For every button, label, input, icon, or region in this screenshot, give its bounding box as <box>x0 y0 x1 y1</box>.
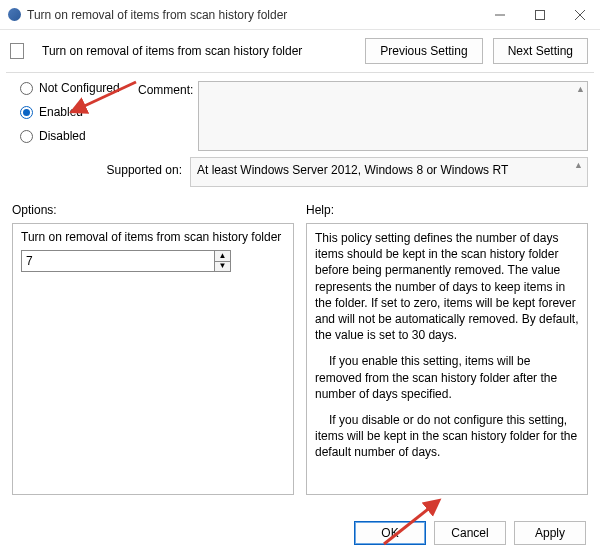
cancel-button[interactable]: Cancel <box>434 521 506 545</box>
comment-label: Comment: <box>138 81 198 151</box>
maximize-button[interactable] <box>520 0 560 30</box>
options-column: Options: Turn on removal of items from s… <box>12 199 294 495</box>
supported-label: Supported on: <box>20 157 190 187</box>
previous-setting-button[interactable]: Previous Setting <box>365 38 482 64</box>
scrollbar-indicator: ▲ <box>576 84 585 94</box>
close-button[interactable] <box>560 0 600 30</box>
radio-enabled[interactable]: Enabled <box>20 105 130 119</box>
step-down-button[interactable]: ▼ <box>215 262 230 272</box>
help-paragraph: If you enable this setting, items will b… <box>315 353 579 402</box>
spinner-steppers: ▲ ▼ <box>214 251 230 271</box>
comment-field[interactable]: ▲ <box>198 81 588 151</box>
policy-title: Turn on removal of items from scan histo… <box>42 44 355 58</box>
help-box: This policy setting defines the number o… <box>306 223 588 495</box>
scrollbar-indicator: ▲ <box>574 160 583 170</box>
titlebar: Turn on removal of items from scan histo… <box>0 0 600 30</box>
apply-button[interactable]: Apply <box>514 521 586 545</box>
options-label: Options: <box>12 199 294 223</box>
radio-disabled[interactable]: Disabled <box>20 129 130 143</box>
action-row: OK Cancel Apply <box>354 521 586 545</box>
radio-icon <box>20 82 33 95</box>
radio-label: Enabled <box>39 105 83 119</box>
comment-column: Comment: ▲ <box>138 81 588 151</box>
help-column: Help: This policy setting defines the nu… <box>306 199 588 495</box>
days-spinner[interactable]: ▲ ▼ <box>21 250 231 272</box>
step-up-button[interactable]: ▲ <box>215 251 230 262</box>
help-paragraph: If you disable or do not configure this … <box>315 412 579 461</box>
policy-icon <box>10 43 24 59</box>
next-setting-button[interactable]: Next Setting <box>493 38 588 64</box>
ok-button[interactable]: OK <box>354 521 426 545</box>
option-title: Turn on removal of items from scan histo… <box>21 230 285 244</box>
help-label: Help: <box>306 199 588 223</box>
supported-value: At least Windows Server 2012, Windows 8 … <box>197 163 508 177</box>
window-title: Turn on removal of items from scan histo… <box>27 8 480 22</box>
window-controls <box>480 0 600 30</box>
minimize-button[interactable] <box>480 0 520 30</box>
header: Turn on removal of items from scan histo… <box>0 30 600 72</box>
days-input[interactable] <box>22 251 214 271</box>
radio-label: Not Configured <box>39 81 120 95</box>
options-box: Turn on removal of items from scan histo… <box>12 223 294 495</box>
radio-icon <box>20 130 33 143</box>
radio-not-configured[interactable]: Not Configured <box>20 81 130 95</box>
state-row: Not Configured Enabled Disabled Comment:… <box>0 73 600 155</box>
radio-label: Disabled <box>39 129 86 143</box>
columns: Options: Turn on removal of items from s… <box>0 195 600 495</box>
state-radios: Not Configured Enabled Disabled <box>20 81 130 151</box>
app-icon <box>8 8 21 21</box>
svg-rect-1 <box>536 10 545 19</box>
supported-field: At least Windows Server 2012, Windows 8 … <box>190 157 588 187</box>
help-paragraph: This policy setting defines the number o… <box>315 230 579 343</box>
radio-icon <box>20 106 33 119</box>
supported-row: Supported on: At least Windows Server 20… <box>0 155 600 195</box>
